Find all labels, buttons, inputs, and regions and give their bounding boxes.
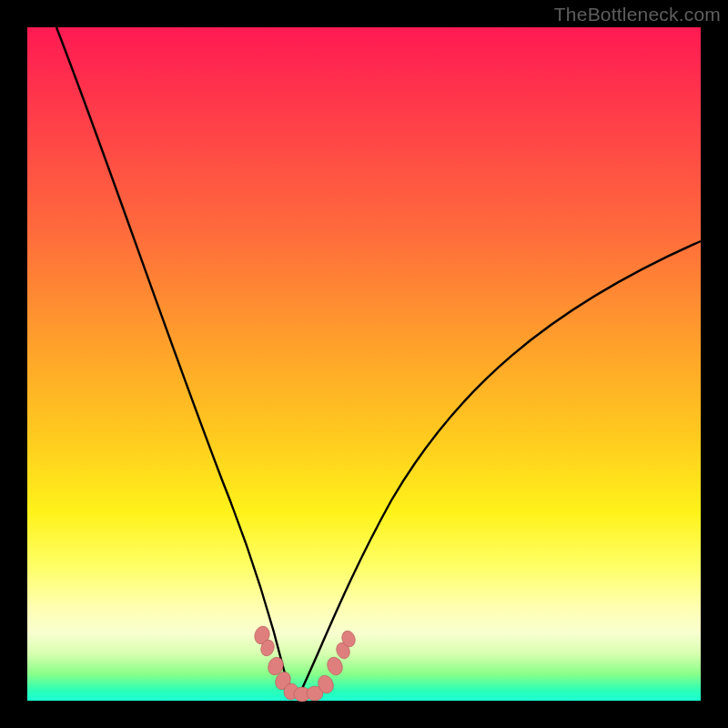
plot-area [27,27,701,701]
curve-layer [27,27,701,701]
curve-right-branch [298,241,701,696]
curve-left-branch [56,27,294,696]
chart-frame: TheBottleneck.com [0,0,728,728]
watermark-text: TheBottleneck.com [554,4,721,25]
marker-cluster [252,624,357,702]
